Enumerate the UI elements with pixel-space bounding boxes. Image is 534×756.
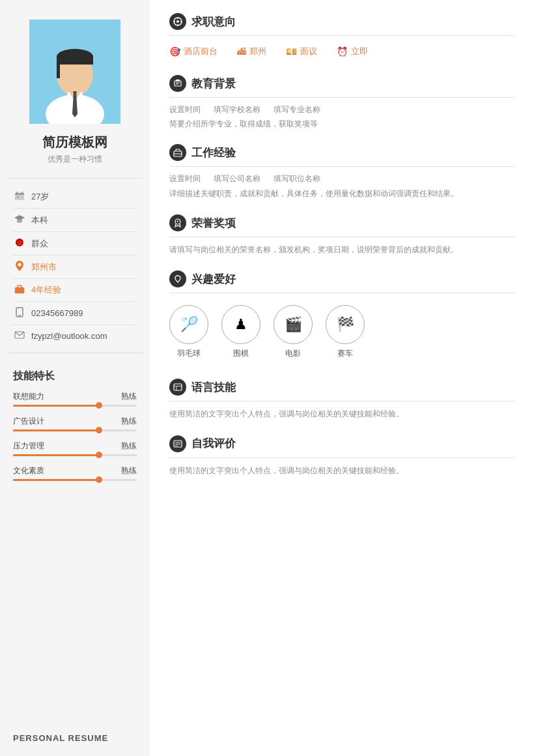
skill-item-1: 联想能力 熟练 — [13, 391, 137, 407]
hobbies-row: 🏸 羽毛球 ♟ 围棋 🎬 电影 🏁 赛车 — [169, 300, 514, 364]
section-header-self-eval: 自我评价 — [169, 435, 514, 452]
svg-point-25 — [176, 20, 179, 23]
edu-school: 填写学校名称 — [214, 104, 260, 115]
svg-rect-30 — [175, 81, 181, 86]
skill-item-3: 压力管理 熟练 — [13, 441, 137, 456]
education-title: 教育背景 — [191, 76, 236, 91]
section-job-intent: 求职意向 🎯 酒店前台 🏙 郑州 💴 面议 ⏰ 立即 — [169, 13, 514, 61]
section-self-eval: 自我评价 使用简洁的文字突出个人特点，强调与岗位相关的关键技能和经验。 — [169, 435, 514, 477]
svg-marker-16 — [14, 215, 25, 220]
awards-icon — [169, 214, 186, 231]
hobby-circle-badminton: 🏸 — [169, 305, 208, 344]
age-icon — [13, 190, 26, 203]
position-icon: 🎯 — [169, 46, 180, 57]
education-divider — [169, 97, 514, 98]
location-icon — [13, 261, 26, 273]
self-eval-title: 自我评价 — [191, 436, 236, 451]
skill-name-1: 联想能力 — [13, 391, 44, 402]
skill-level-4: 熟练 — [121, 465, 137, 476]
job-intent-title: 求职意向 — [191, 14, 236, 29]
job-intent-icon — [169, 13, 186, 30]
work-divider — [169, 166, 514, 167]
hobby-racing: 🏁 赛车 — [326, 305, 365, 359]
section-header-language: 语言技能 — [169, 379, 514, 396]
intent-city: 🏙 郑州 — [237, 46, 266, 57]
resume-wrapper: 简历模板网 优秀是一种习惯 27岁 本科 ☆ — [0, 0, 534, 756]
skill-header-4: 文化素质 熟练 — [13, 465, 137, 476]
award-desc: 请填写与岗位相关的荣誉名称，颁发机构，奖项日期，说明荣誉背后的成就和贡献。 — [169, 244, 514, 256]
info-age: 27岁 — [13, 185, 137, 209]
section-hobbies: 兴趣爱好 🏸 羽毛球 ♟ 围棋 🎬 电影 🏁 赛车 — [169, 270, 514, 364]
intent-city-label: 郑州 — [249, 46, 266, 57]
intent-time: ⏰ 立即 — [337, 46, 368, 57]
hobbies-icon — [169, 270, 186, 287]
education-icon — [169, 75, 186, 92]
time-icon: ⏰ — [337, 46, 348, 57]
exp-text: 4年经验 — [31, 284, 61, 296]
personal-resume-label: PERSONAL RESUME — [13, 733, 108, 743]
sidebar-divider-1 — [8, 178, 143, 179]
city-icon: 🏙 — [237, 46, 246, 57]
skill-bar-bg-2 — [13, 429, 137, 431]
job-intent-divider — [169, 35, 514, 36]
section-header-job-intent: 求职意向 — [169, 13, 514, 30]
work-row: 设置时间 填写公司名称 填写职位名称 — [169, 173, 514, 184]
svg-rect-11 — [15, 193, 24, 195]
skill-header-3: 压力管理 熟练 — [13, 441, 137, 452]
skill-item-4: 文化素质 熟练 — [13, 465, 137, 481]
svg-rect-14 — [15, 195, 24, 200]
info-location: 郑州市 — [13, 255, 137, 279]
hobby-badminton: 🏸 羽毛球 — [169, 305, 208, 359]
name-section: 简历模板网 优秀是一种习惯 — [42, 134, 107, 165]
language-divider — [169, 401, 514, 401]
age-text: 27岁 — [31, 191, 49, 203]
svg-rect-12 — [16, 192, 18, 194]
info-edu: 本科 — [13, 209, 137, 232]
hobby-label-movie: 电影 — [285, 348, 301, 359]
job-intent-row: 🎯 酒店前台 🏙 郑州 💴 面议 ⏰ 立即 — [169, 42, 514, 61]
sidebar: 简历模板网 优秀是一种习惯 27岁 本科 ☆ — [0, 0, 150, 756]
skill-bar-fill-2 — [13, 429, 100, 431]
edu-major: 填写专业名称 — [274, 104, 320, 115]
svg-text:☆: ☆ — [17, 239, 23, 246]
work-icon — [169, 144, 186, 161]
language-title: 语言技能 — [191, 380, 236, 395]
party-text: 群众 — [31, 238, 48, 250]
section-header-awards: 荣誉奖项 — [169, 214, 514, 231]
intent-salary: 💴 面议 — [286, 46, 317, 57]
skill-bar-fill-3 — [13, 454, 100, 456]
section-header-education: 教育背景 — [169, 75, 514, 92]
email-icon — [13, 330, 26, 341]
info-phone: 02345667989 — [13, 302, 137, 325]
hobby-circle-movie: 🎬 — [274, 305, 313, 344]
skill-bar-fill-1 — [13, 405, 100, 407]
hobby-label-chess: 围棋 — [233, 348, 249, 359]
skills-section: 技能特长 联想能力 熟练 广告设计 熟练 — [0, 360, 150, 493]
edu-row: 设置时间 填写学校名称 填写专业名称 — [169, 104, 514, 115]
work-desc: 详细描述关键职责，成就和贡献，具体任务，使用量化数据和动词强调责任和结果。 — [169, 188, 514, 200]
phone-text: 02345667989 — [31, 308, 83, 318]
self-eval-divider — [169, 458, 514, 458]
location-text: 郑州市 — [31, 261, 57, 273]
edu-desc: 简要介绍所学专业，取得成绩，获取奖项等 — [169, 119, 514, 130]
skill-level-3: 熟练 — [121, 441, 137, 452]
svg-rect-13 — [21, 192, 23, 194]
section-work: 工作经验 设置时间 填写公司名称 填写职位名称 详细描述关键职责，成就和贡献，具… — [169, 144, 514, 200]
svg-point-19 — [18, 263, 21, 267]
svg-rect-33 — [176, 80, 180, 81]
svg-rect-20 — [15, 287, 24, 293]
section-language: 语言技能 使用简洁的文字突出个人特点，强调与岗位相关的关键技能和经验。 — [169, 379, 514, 420]
info-list: 27岁 本科 ☆ 群众 郑州市 — [0, 185, 150, 346]
svg-rect-38 — [174, 384, 182, 390]
section-header-hobbies: 兴趣爱好 — [169, 270, 514, 287]
skills-title: 技能特长 — [13, 370, 137, 383]
section-awards: 荣誉奖项 请填写与岗位相关的荣誉名称，颁发机构，奖项日期，说明荣誉背后的成就和贡… — [169, 214, 514, 256]
lang-desc: 使用简洁的文字突出个人特点，强调与岗位相关的关键技能和经验。 — [169, 408, 514, 420]
awards-divider — [169, 237, 514, 237]
sidebar-divider-2 — [8, 353, 143, 353]
svg-rect-41 — [174, 441, 182, 447]
edu-icon — [13, 214, 26, 226]
resume-subtitle: 优秀是一种习惯 — [42, 154, 107, 165]
skill-bar-bg-3 — [13, 454, 137, 456]
awards-title: 荣誉奖项 — [191, 216, 236, 231]
